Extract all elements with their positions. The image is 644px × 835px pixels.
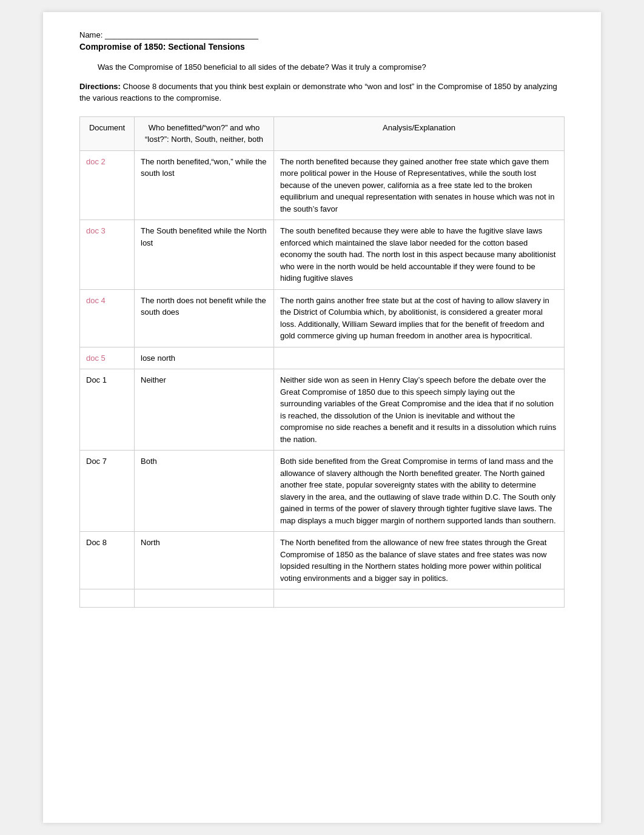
doc-link[interactable]: doc 5 (86, 354, 106, 363)
doc-cell: Doc 1 (80, 369, 135, 451)
analysis-cell: The south benefited because they were ab… (274, 220, 565, 290)
doc-link[interactable]: doc 3 (86, 226, 106, 235)
name-line: Name: __________________________________… (79, 30, 565, 39)
doc-cell (80, 589, 135, 608)
doc-link[interactable]: Doc 7 (86, 457, 107, 466)
table-row: doc 4The north does not benefit while th… (80, 289, 565, 347)
col-header-analysis: Analysis/Explanation (274, 116, 565, 150)
col-header-doc: Document (80, 116, 135, 150)
analysis-cell: Both side benefited from the Great Compr… (274, 451, 565, 532)
doc-cell: doc 5 (80, 347, 135, 369)
who-cell: The north does not benefit while the sou… (135, 289, 274, 347)
analysis-cell (274, 589, 565, 608)
doc-cell: Doc 8 (80, 532, 135, 589)
doc-link[interactable]: doc 4 (86, 296, 106, 305)
analysis-cell: The North benefited from the allowance o… (274, 532, 565, 589)
doc-link[interactable]: Doc 1 (86, 375, 107, 384)
table-row: doc 2The north benefited,“won,” while th… (80, 150, 565, 220)
table-row: doc 3The South benefited while the North… (80, 220, 565, 290)
who-cell: North (135, 532, 274, 589)
doc-cell: doc 2 (80, 150, 135, 220)
analysis-cell: The north benefited because they gained … (274, 150, 565, 220)
col-header-who: Who benefitted/“won?” and who “lost?”: N… (135, 116, 274, 150)
doc-cell: doc 4 (80, 289, 135, 347)
page-container: Name: __________________________________… (43, 12, 601, 823)
table-row (80, 589, 565, 608)
directions: Directions: Choose 8 documents that you … (79, 81, 565, 104)
analysis-cell: The north gains another free state but a… (274, 289, 565, 347)
who-cell: Both (135, 451, 274, 532)
table-row: Doc 8NorthThe North benefited from the a… (80, 532, 565, 589)
table-row: Doc 7BothBoth side benefited from the Gr… (80, 451, 565, 532)
directions-body: Choose 8 documents that you think best e… (79, 82, 557, 103)
analysis-cell (274, 347, 565, 369)
who-cell: The South benefited while the North lost (135, 220, 274, 290)
directions-label: Directions: (79, 82, 121, 91)
who-cell (135, 589, 274, 608)
doc-cell: doc 3 (80, 220, 135, 290)
table-row: doc 5lose north (80, 347, 565, 369)
doc-cell: Doc 7 (80, 451, 135, 532)
intro-text: Was the Compromise of 1850 beneficial to… (79, 61, 565, 73)
page-title: Compromise of 1850: Sectional Tensions (79, 42, 565, 52)
who-cell: lose north (135, 347, 274, 369)
doc-link[interactable]: doc 2 (86, 157, 106, 166)
who-cell: Neither (135, 369, 274, 451)
doc-link[interactable]: Doc 8 (86, 538, 107, 547)
main-table: Document Who benefitted/“won?” and who “… (79, 116, 565, 608)
who-cell: The north benefited,“won,” while the sou… (135, 150, 274, 220)
analysis-cell: Neither side won as seen in Henry Clay’s… (274, 369, 565, 451)
table-row: Doc 1NeitherNeither side won as seen in … (80, 369, 565, 451)
